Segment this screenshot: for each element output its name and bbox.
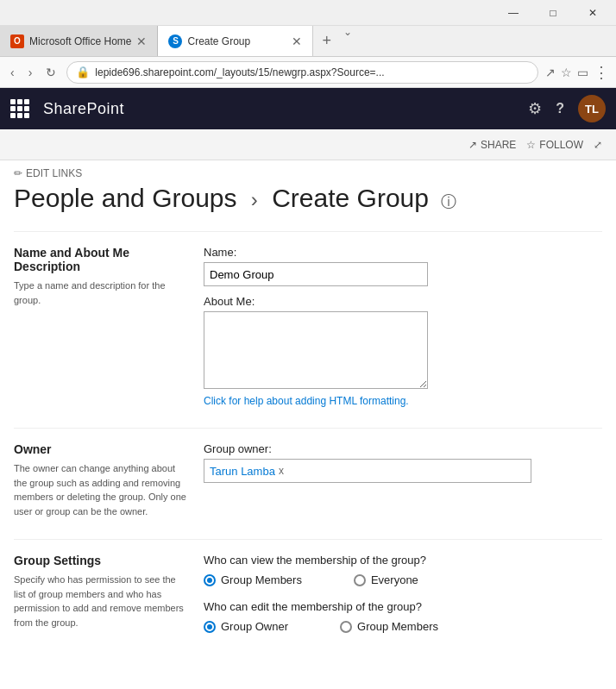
more-options-icon[interactable]: ⋮ <box>594 63 609 82</box>
edit-group-members-radio[interactable] <box>340 621 352 633</box>
tab-microsoft-office-home[interactable]: O Microsoft Office Home ✕ <box>0 26 158 56</box>
edit-group-members-option[interactable]: Group Members <box>340 620 438 633</box>
grid-dot <box>17 99 22 104</box>
page-toolbar: ↗ SHARE ☆ FOLLOW ⤢ <box>0 129 616 160</box>
sharepoint-logo: SharePoint <box>43 100 124 118</box>
app-launcher-button[interactable] <box>10 99 29 118</box>
view-membership-question: Who can view the membership of the group… <box>204 554 602 567</box>
breadcrumb-separator: › <box>251 188 258 211</box>
star-icon: ☆ <box>526 139 536 151</box>
address-bar: ‹ › ↻ 🔒 lepide696.sharepoint.com/_layout… <box>0 57 616 88</box>
section-description-owner: Owner The owner can change anything abou… <box>14 442 186 518</box>
cast-icon[interactable]: ▭ <box>577 66 588 79</box>
header-right-actions: ⚙ ? TL <box>528 95 606 122</box>
view-everyone-radio[interactable] <box>354 574 366 586</box>
breadcrumb-parent[interactable]: People and Groups <box>14 184 237 212</box>
name-input[interactable] <box>204 262 428 286</box>
owner-section-fields: Group owner: Tarun Lamba x <box>204 442 602 518</box>
settings-icon[interactable]: ⚙ <box>528 99 542 118</box>
edit-group-owner-label: Group Owner <box>221 620 288 633</box>
owner-section-desc: The owner can change anything about the … <box>14 461 186 518</box>
section-description-settings: Group Settings Specify who has permissio… <box>14 554 186 647</box>
view-membership-radio-group: Group Members Everyone <box>204 573 602 586</box>
grid-dot <box>17 106 22 111</box>
view-group-members-label: Group Members <box>221 573 302 586</box>
view-group-members-radio[interactable] <box>204 574 216 586</box>
expand-icon: ⤢ <box>594 139 602 151</box>
forward-button[interactable]: › <box>25 64 36 81</box>
help-icon[interactable]: ? <box>556 101 564 116</box>
html-help-link[interactable]: Click for help about adding HTML formatt… <box>204 395 602 407</box>
edit-group-members-label: Group Members <box>357 620 438 633</box>
info-icon[interactable]: ⓘ <box>441 193 456 210</box>
share-icon: ↗ <box>468 139 477 151</box>
share-page-icon[interactable]: ↗ <box>545 66 556 79</box>
back-button[interactable]: ‹ <box>7 64 18 81</box>
main-content: ✏ EDIT LINKS People and Groups › Create … <box>0 160 616 689</box>
name-section-title: Name and About Me Description <box>14 246 186 273</box>
browser-tab-bar: O Microsoft Office Home ✕ S Create Group… <box>0 26 616 57</box>
group-owner-label: Group owner: <box>204 442 602 455</box>
edit-membership-question: Who can edit the membership of the group… <box>204 600 602 613</box>
minimize-button[interactable]: — <box>493 0 533 26</box>
owner-section-title: Owner <box>14 442 186 456</box>
address-bar-actions: ↗ ☆ ▭ ⋮ <box>545 63 609 82</box>
breadcrumb-current: Create Group <box>272 184 429 212</box>
name-section: Name and About Me Description Type a nam… <box>14 231 602 407</box>
edit-group-owner-radio[interactable] <box>204 621 216 633</box>
grid-dot <box>24 99 29 104</box>
owner-section: Owner The owner can change anything abou… <box>14 428 602 518</box>
name-section-fields: Name: About Me: Click for help about add… <box>204 246 602 407</box>
maximize-button[interactable]: □ <box>533 0 573 26</box>
tab-label: Microsoft Office Home <box>29 35 131 47</box>
grid-dot <box>17 113 22 118</box>
settings-section: Group Settings Specify who has permissio… <box>14 539 602 647</box>
share-button[interactable]: ↗ SHARE <box>468 139 516 151</box>
about-me-label: About Me: <box>204 295 602 308</box>
url-text: lepide696.sharepoint.com/_layouts/15/new… <box>95 66 384 78</box>
about-me-input[interactable] <box>204 311 428 389</box>
grid-dot <box>24 106 29 111</box>
group-owner-input[interactable]: Tarun Lamba x <box>204 459 531 483</box>
name-section-desc: Type a name and description for the grou… <box>14 279 186 307</box>
tab-create-group[interactable]: S Create Group ✕ <box>158 26 313 56</box>
owner-remove-button[interactable]: x <box>279 465 284 477</box>
section-description-name: Name and About Me Description Type a nam… <box>14 246 186 407</box>
tab-dropdown-icon[interactable]: ⌄ <box>343 26 352 56</box>
sharepoint-icon: S <box>168 34 182 48</box>
new-tab-button[interactable]: + <box>313 26 340 56</box>
window-title-bar: — □ ✕ <box>0 0 616 26</box>
follow-button[interactable]: ☆ FOLLOW <box>526 139 583 151</box>
tab-close-icon[interactable]: ✕ <box>136 34 147 48</box>
user-avatar[interactable]: TL <box>578 95 606 122</box>
edit-links-button[interactable]: ✏ EDIT LINKS <box>14 160 602 183</box>
view-everyone-option[interactable]: Everyone <box>354 573 418 586</box>
sharepoint-header: SharePoint ⚙ ? TL <box>0 88 616 129</box>
grid-dot <box>24 113 29 118</box>
edit-membership-radio-group: Group Owner Group Members <box>204 620 602 633</box>
tab-close-icon[interactable]: ✕ <box>292 34 302 48</box>
address-input[interactable]: 🔒 lepide696.sharepoint.com/_layouts/15/n… <box>66 61 538 84</box>
grid-dot <box>10 106 16 111</box>
grid-dot <box>10 99 16 104</box>
expand-button[interactable]: ⤢ <box>594 139 602 151</box>
bookmark-icon[interactable]: ☆ <box>561 66 572 79</box>
pencil-icon: ✏ <box>14 167 22 179</box>
settings-section-title: Group Settings <box>14 554 186 567</box>
view-group-members-option[interactable]: Group Members <box>204 573 302 586</box>
tab-label: Create Group <box>187 35 250 47</box>
edit-group-owner-option[interactable]: Group Owner <box>204 620 288 633</box>
lock-icon: 🔒 <box>76 66 90 78</box>
close-button[interactable]: ✕ <box>573 0 613 26</box>
settings-section-desc: Specify who has permission to see the li… <box>14 573 186 629</box>
settings-section-fields: Who can view the membership of the group… <box>204 554 602 647</box>
page-title: People and Groups › Create Group ⓘ <box>14 183 602 214</box>
owner-tag: Tarun Lamba <box>210 465 275 478</box>
name-field-label: Name: <box>204 246 602 259</box>
grid-dot <box>10 113 16 118</box>
view-everyone-label: Everyone <box>371 573 418 586</box>
office-icon: O <box>10 34 24 48</box>
refresh-button[interactable]: ↻ <box>42 64 60 81</box>
